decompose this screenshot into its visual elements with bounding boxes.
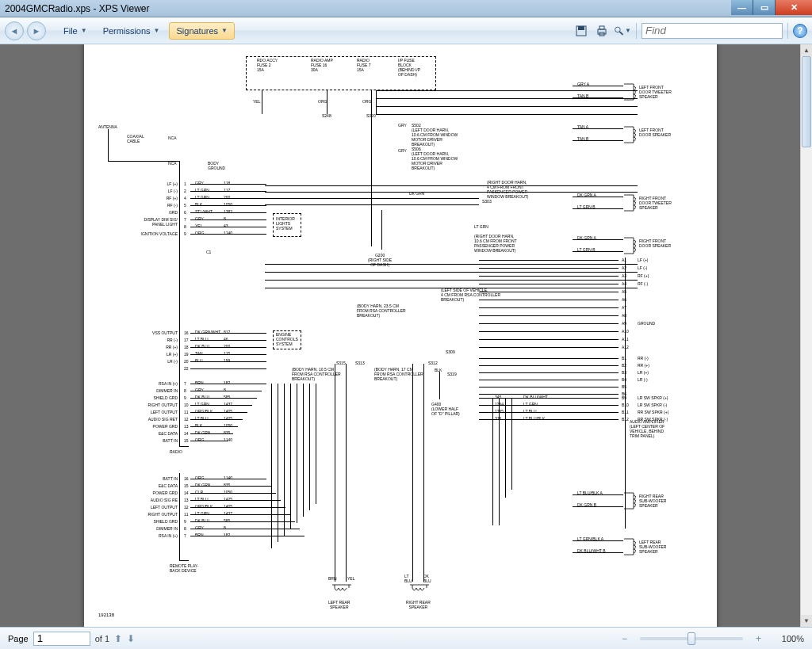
zoom-in-icon[interactable]: +: [756, 633, 761, 644]
scroll-thumb[interactable]: [802, 56, 811, 147]
chevron-down-icon: ▼: [625, 27, 631, 34]
wire: [381, 210, 382, 250]
left-door-brk2: S506 (LEFT DOOR HARN, 10.6 CM FROM WINDO…: [412, 147, 458, 170]
svg-rect-1: [578, 26, 584, 30]
save-icon[interactable]: [573, 22, 590, 40]
rr-pinA: LT BLU: [404, 574, 412, 583]
find-input[interactable]: [642, 23, 783, 39]
help-button[interactable]: ?: [793, 24, 807, 38]
antenna-coax: COAXIAL CABLE: [127, 134, 144, 143]
s248: S248: [322, 113, 331, 118]
left-door-brk: S502 (LEFT DOOR HARN, 10.6 CM FROM WINDO…: [412, 123, 458, 147]
wire: [492, 399, 493, 525]
wire: [265, 204, 479, 205]
wire: [297, 384, 297, 523]
s315: S315: [336, 361, 346, 365]
wire: [376, 106, 638, 107]
menu-file-label: File: [63, 26, 78, 36]
nca-1: NCA: [168, 136, 177, 140]
yel-lbl: YEL: [253, 99, 260, 104]
lr-pinB: YEL: [347, 576, 354, 581]
body-rsa2: (BODY HARN, 17 CM FROM RSA CONTROLLER BR…: [374, 367, 423, 381]
page-label: Page: [8, 634, 29, 643]
chevron-down-icon: ▼: [221, 27, 228, 34]
page-number-input[interactable]: [33, 632, 90, 646]
left-rear-speaker-icon: [331, 584, 352, 598]
wire: [511, 399, 512, 490]
maximize-button[interactable]: ▭: [753, 0, 776, 15]
antenna-ground: BODY GROUND: [208, 161, 225, 170]
wire: [265, 198, 479, 199]
zoom-out-icon[interactable]: −: [622, 633, 627, 644]
chevron-down-icon: ▼: [154, 27, 160, 34]
wire: [290, 384, 291, 529]
rr-speaker-label: RIGHT REAR SPEAKER: [406, 600, 431, 609]
s303: S303: [482, 199, 492, 204]
g400: G400 (LOWER HALF OF "D" PILLAR): [431, 402, 460, 416]
wire: [335, 364, 335, 582]
wire: [376, 90, 377, 114]
document-viewport[interactable]: RDO ACCY FUSE 2 15A RADIO AMP FUSE 16 30…: [0, 44, 800, 627]
menu-permissions[interactable]: Permissions ▼: [97, 23, 167, 39]
remote-label: REMOTE PLAY- BACK DEVICE: [170, 563, 198, 573]
wire: [412, 364, 413, 582]
wire: [265, 185, 638, 186]
ltgrn-mid: LT GRN: [474, 224, 488, 229]
menu-file[interactable]: File ▼: [57, 23, 94, 39]
separator: [787, 23, 788, 39]
zoom-icon[interactable]: ▼: [614, 22, 631, 40]
wire: [499, 399, 500, 525]
wire: [505, 399, 506, 498]
document-page: RDO ACCY FUSE 2 15A RADIO AMP FUSE 16 30…: [84, 44, 717, 627]
close-button[interactable]: ✕: [776, 0, 812, 15]
scroll-up-button[interactable]: ▲: [801, 44, 812, 56]
vertical-scrollbar[interactable]: ▲ ▼: [800, 44, 812, 627]
minimize-button[interactable]: —: [731, 0, 753, 15]
page-up-icon[interactable]: ⬆: [114, 633, 122, 644]
scroll-down-button[interactable]: ▼: [801, 615, 812, 627]
toolbar: ◄ ► File ▼ Permissions ▼ Signatures ▼ ▼ …: [0, 17, 812, 44]
right-door-brk2: (RIGHT DOOR HARN, 10.6 CM FROM FRONT PAS…: [474, 234, 517, 253]
status-bar: Page of 1 ⬆ ⬇ − + 100%: [0, 627, 812, 649]
engine-controls-label: ENGINE CONTROLS SYSTEM: [276, 332, 298, 346]
s313: S313: [355, 361, 365, 365]
wire: [346, 364, 347, 582]
body-rsa1: (BODY HARN, 23.5 CM FROM RSA CONTROLLER …: [357, 304, 406, 318]
radio-conn-border-bot: [179, 446, 189, 447]
zoom-knob[interactable]: [688, 632, 695, 645]
amp-border: [625, 258, 626, 529]
s312: S312: [428, 361, 438, 365]
radio-label: RADIO: [170, 449, 182, 454]
wire: [271, 384, 272, 548]
window-title: 2004GMCRadio.xps - XPS Viewer: [5, 3, 150, 14]
page-down-icon[interactable]: ⬇: [127, 633, 135, 644]
wire: [423, 364, 424, 582]
zoom-slider[interactable]: [640, 637, 743, 640]
wire: [262, 90, 262, 114]
window-titlebar: 2004GMCRadio.xps - XPS Viewer — ▭ ✕: [0, 0, 812, 17]
print-icon[interactable]: [593, 22, 611, 40]
nav-forward-button[interactable]: ►: [27, 21, 46, 40]
wire: [303, 384, 304, 517]
fuse1-l3: 15A: [257, 67, 264, 72]
wire: [376, 98, 638, 99]
rr-pinB: DK BLU: [423, 574, 431, 583]
blk-lbl: BLK: [435, 368, 442, 372]
scroll-track[interactable]: [801, 56, 812, 615]
s319: S319: [447, 372, 457, 376]
right-door-brk: (RIGHT DOOR HARN, 4 CM FROM FRONT PASSEN…: [487, 180, 529, 199]
menu-signatures[interactable]: Signatures ▼: [169, 22, 235, 40]
amp-label: AUDIO AMPLIFIER (LEFT CENTER OF VEHICLE,…: [630, 419, 665, 438]
wire: [376, 114, 638, 115]
interior-lights-label: INTERIOR LIGHTS SYSTEM: [276, 216, 295, 231]
wire: [265, 264, 638, 265]
nav-back-button[interactable]: ◄: [5, 21, 24, 40]
gry-2: GRY: [398, 148, 407, 153]
wire: [278, 384, 278, 542]
right-rear-speaker-icon: [409, 584, 430, 598]
remote-border-bot: [179, 560, 189, 561]
org-lbl-2: ORG: [362, 99, 371, 104]
lr-speaker-label: LEFT REAR SPEAKER: [328, 600, 350, 609]
svg-line-6: [619, 31, 622, 34]
diagram-id: 192138: [98, 613, 114, 617]
